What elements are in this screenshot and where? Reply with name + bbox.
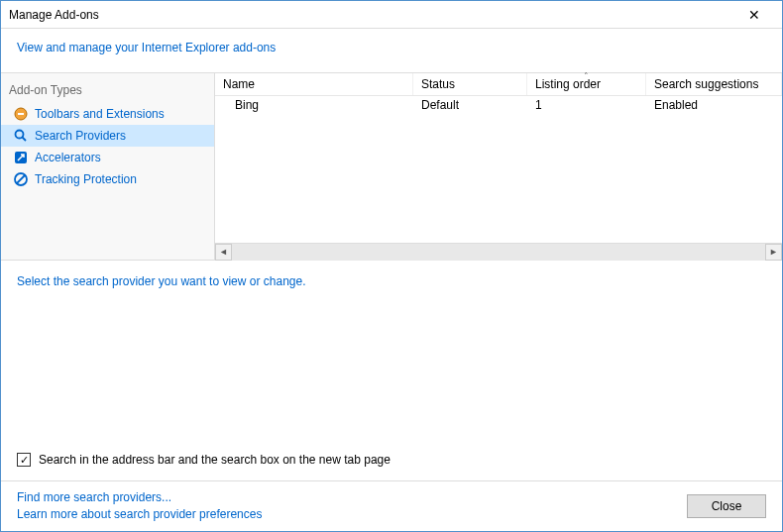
search-providers-icon [13, 128, 29, 144]
body-area: Add-on Types Toolbars and Extensions Sea… [1, 72, 782, 261]
horizontal-scrollbar[interactable]: ◄ ► [215, 243, 782, 260]
details-pane: Select the search provider you want to v… [1, 261, 782, 480]
find-more-providers-link[interactable]: Find more search providers... [17, 489, 687, 506]
sidebar-item-label: Accelerators [35, 151, 101, 164]
subheader-link[interactable]: View and manage your Internet Explorer a… [1, 29, 782, 72]
manage-addons-window: Manage Add-ons ✕ View and manage your In… [0, 0, 783, 532]
col-header-name[interactable]: Name [215, 73, 413, 95]
col-header-order-label: Listing order [535, 77, 601, 91]
sidebar-item-label: Tracking Protection [35, 172, 137, 186]
sidebar-item-search-providers[interactable]: Search Providers [1, 125, 214, 147]
learn-more-link[interactable]: Learn more about search provider prefere… [17, 506, 687, 523]
sidebar-item-tracking-protection[interactable]: Tracking Protection [1, 168, 214, 190]
sidebar-item-toolbars[interactable]: Toolbars and Extensions [1, 103, 214, 125]
sidebar-item-label: Toolbars and Extensions [35, 107, 165, 121]
sidebar-title: Add-on Types [1, 79, 214, 103]
tracking-protection-icon [13, 171, 29, 187]
address-bar-search-checkbox[interactable]: ✓ Search in the address bar and the sear… [17, 443, 766, 467]
sidebar-item-accelerators[interactable]: Accelerators [1, 147, 214, 168]
svg-point-2 [16, 131, 24, 139]
toolbars-icon [13, 106, 29, 122]
col-header-status[interactable]: Status [413, 73, 527, 95]
cell-status: Default [413, 96, 527, 114]
sidebar-item-label: Search Providers [35, 129, 126, 143]
col-header-listing-order[interactable]: ˄ Listing order [527, 73, 646, 95]
svg-line-6 [17, 175, 25, 183]
close-button[interactable]: Close [687, 494, 766, 518]
scroll-track[interactable] [232, 244, 765, 261]
svg-rect-1 [18, 113, 24, 115]
cell-name: Bing [215, 96, 413, 114]
scroll-right-icon[interactable]: ► [765, 244, 782, 261]
list-area: Name Status ˄ Listing order Search sugge… [215, 73, 782, 260]
scroll-left-icon[interactable]: ◄ [215, 244, 232, 261]
list-header: Name Status ˄ Listing order Search sugge… [215, 73, 782, 96]
svg-line-3 [23, 138, 27, 142]
footer: Find more search providers... Learn more… [1, 480, 782, 531]
col-header-suggestions[interactable]: Search suggestions [646, 73, 782, 95]
cell-order: 1 [527, 96, 646, 114]
instruction-text: Select the search provider you want to v… [17, 274, 766, 288]
cell-sugg: Enabled [646, 96, 782, 114]
sort-caret-icon: ˄ [584, 71, 589, 81]
sidebar: Add-on Types Toolbars and Extensions Sea… [1, 73, 215, 260]
window-title: Manage Add-ons [9, 8, 734, 22]
table-row[interactable]: Bing Default 1 Enabled [215, 96, 782, 114]
footer-links: Find more search providers... Learn more… [17, 489, 687, 523]
titlebar: Manage Add-ons ✕ [1, 1, 782, 29]
close-icon[interactable]: ✕ [734, 7, 774, 23]
list-empty-space [215, 114, 782, 243]
checkbox-icon: ✓ [17, 453, 31, 467]
checkbox-label: Search in the address bar and the search… [39, 453, 391, 467]
accelerators-icon [13, 150, 29, 165]
